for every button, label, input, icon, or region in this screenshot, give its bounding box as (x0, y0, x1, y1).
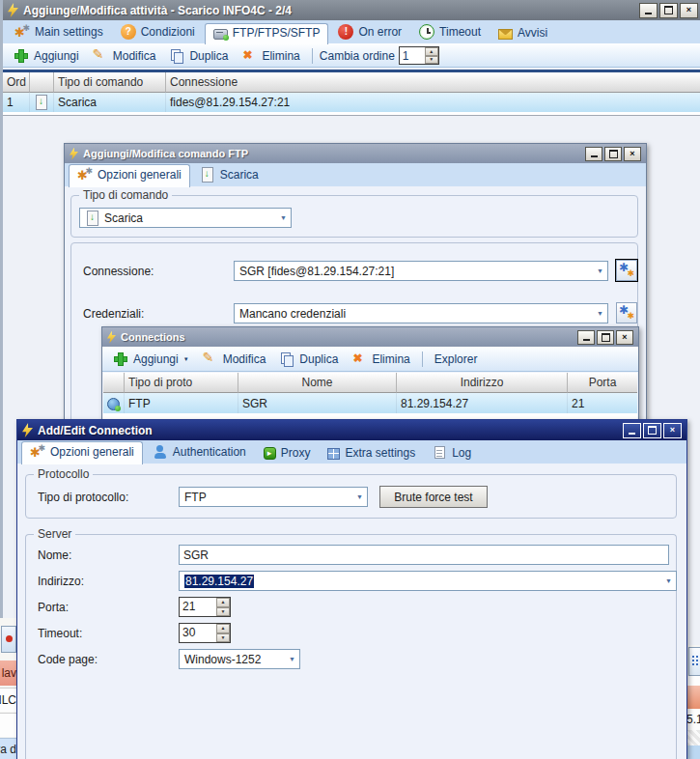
add-button[interactable]: Aggiungi ▼ (108, 350, 194, 369)
chevron-down-icon[interactable]: ▼ (356, 488, 363, 506)
port-spinner[interactable]: 21 ▲ ▼ (179, 597, 231, 617)
tab-avvisi[interactable]: Avvisi (490, 24, 555, 43)
timeout-value[interactable]: 30 (180, 624, 216, 642)
maximize-button[interactable] (659, 3, 678, 18)
duplicate-label: Duplica (189, 49, 228, 63)
duplicate-button[interactable]: Duplica (164, 46, 233, 66)
credentials-select[interactable]: Mancano credenziali ▼ (234, 303, 608, 323)
server-group: Server Nome: SGR Indirizzo: 81.29.154.27… (25, 534, 677, 759)
ftp-dialog-titlebar[interactable]: Aggiungi/Modifica comando FTP × (65, 144, 646, 163)
col-header-address[interactable]: Indirizzo (397, 373, 568, 393)
spin-down-icon[interactable]: ▼ (216, 607, 230, 617)
duplicate-button[interactable]: Duplica (274, 350, 343, 369)
close-button[interactable]: × (616, 330, 633, 345)
tab-log[interactable]: Log (425, 443, 479, 464)
chevron-down-icon[interactable]: ▼ (597, 304, 603, 323)
cell-icon (103, 393, 125, 413)
tab-label: Timeout (439, 25, 481, 39)
command-type-group-label: Tipo di comando (79, 188, 172, 202)
cell-address: 81.29.154.27 (397, 393, 568, 413)
main-toolbar: Aggiungi Modifica Duplica Elimina Cambia… (3, 43, 700, 68)
fragment-button[interactable] (1, 626, 16, 653)
tab-timeout[interactable]: Timeout (411, 22, 489, 43)
tab-authentication[interactable]: Authentication (145, 442, 254, 464)
timeout-spinner[interactable]: 30 ▲ ▼ (179, 623, 231, 643)
tab-on-error[interactable]: On error (330, 22, 409, 43)
close-button[interactable]: × (680, 3, 698, 18)
edit-button[interactable]: Modifica (88, 46, 161, 66)
brute-force-test-button[interactable]: Brute force test (379, 486, 488, 508)
tab-opzioni-generali[interactable]: Opzioni generali (21, 441, 143, 464)
table-row[interactable]: FTP SGR 81.29.154.27 21 (103, 393, 637, 413)
connection-select[interactable]: SGR [fides@81.29.154.27:21] ▼ (234, 261, 608, 281)
explorer-button[interactable]: Explorer (430, 351, 483, 368)
minimize-button[interactable] (577, 330, 595, 345)
pencil-icon (203, 351, 218, 367)
edit-button[interactable]: Modifica (198, 350, 271, 369)
spin-down-icon[interactable]: ▼ (216, 633, 230, 643)
person-icon (153, 444, 168, 460)
col-header-icon[interactable] (30, 72, 54, 93)
name-input[interactable]: SGR (179, 545, 669, 565)
chevron-down-icon[interactable]: ▼ (183, 356, 189, 362)
fragment-grid-button[interactable] (688, 647, 700, 676)
command-type-select[interactable]: Scarica ▼ (79, 208, 292, 228)
tab-label: Opzioni generali (98, 168, 182, 182)
credentials-label: Credenziali: (83, 307, 144, 321)
maximize-button[interactable] (643, 423, 661, 438)
chevron-down-icon[interactable]: ▼ (280, 209, 287, 227)
connections-titlebar[interactable]: Connections × (102, 327, 638, 347)
spin-up-icon[interactable]: ▲ (216, 624, 230, 633)
close-button[interactable]: × (624, 147, 641, 161)
col-header-port[interactable]: Porta (568, 373, 637, 393)
address-combobox[interactable]: 81.29.154.27 ▼ (179, 571, 677, 591)
add-button[interactable]: Aggiungi (9, 46, 84, 66)
protocol-select[interactable]: FTP ▼ (179, 487, 368, 507)
tab-extra-settings[interactable]: Extra settings (320, 444, 423, 464)
connection-value: SGR [fides@81.29.154.27:21] (239, 265, 394, 278)
col-header-name[interactable]: Nome (238, 373, 397, 393)
connection-settings-button[interactable] (616, 260, 637, 281)
error-icon (338, 24, 353, 40)
tab-ftp[interactable]: FTP/FTPS/SFTP (205, 23, 329, 44)
chevron-down-icon[interactable]: ▼ (597, 262, 603, 280)
minimize-button[interactable] (585, 147, 602, 161)
tab-main-settings[interactable]: Main settings (7, 22, 111, 43)
minimize-button[interactable] (639, 3, 658, 18)
spin-down-icon[interactable]: ▼ (425, 56, 438, 65)
order-value[interactable]: 1 (400, 47, 425, 64)
minimize-button[interactable] (623, 423, 641, 438)
credentials-settings-button[interactable] (616, 302, 637, 323)
question-icon (121, 24, 136, 40)
spin-up-icon[interactable]: ▲ (425, 47, 438, 56)
codepage-select[interactable]: Windows-1252 ▼ (179, 649, 300, 669)
tab-condizioni[interactable]: Condizioni (113, 22, 203, 43)
credentials-value: Mancano credenziali (239, 307, 346, 321)
col-header-icon[interactable] (103, 373, 125, 393)
table-row[interactable]: 1 Scarica fides@81.29.154.27:21 (3, 93, 700, 112)
tab-scarica[interactable]: Scarica (192, 165, 266, 186)
connections-toolbar: Aggiungi ▼ Modifica Duplica Elimina Expl… (102, 347, 638, 372)
col-header-proto[interactable]: Tipo di proto (125, 373, 238, 393)
maximize-button[interactable] (604, 147, 622, 161)
spin-up-icon[interactable]: ▲ (216, 598, 230, 607)
main-titlebar[interactable]: Aggiunge/Modifica attività - Scarico INF… (3, 0, 700, 20)
connection-dialog-titlebar[interactable]: Add/Edit Connection × (17, 420, 686, 440)
tab-opzioni-generali[interactable]: Opzioni generali (69, 164, 190, 187)
tab-proxy[interactable]: Proxy (256, 443, 319, 464)
col-header-type[interactable]: Tipo di comando (54, 72, 166, 93)
maximize-button[interactable] (597, 330, 614, 345)
col-header-conn[interactable]: Connessione (166, 72, 700, 93)
chevron-down-icon[interactable]: ▼ (289, 650, 295, 668)
log-icon (434, 446, 445, 459)
port-value[interactable]: 21 (180, 598, 216, 616)
col-header-ord[interactable]: Ord (3, 72, 30, 93)
copy-icon (169, 48, 184, 64)
order-spinner[interactable]: 1 ▲ ▼ (399, 46, 439, 65)
connection-dialog-tabbar: Opzioni generali Authentication Proxy Ex… (17, 440, 686, 464)
connection-dialog-title: Add/Edit Connection (38, 424, 153, 437)
close-button[interactable]: × (663, 423, 682, 438)
delete-button[interactable]: Elimina (237, 46, 304, 66)
delete-button[interactable]: Elimina (347, 350, 414, 369)
chevron-down-icon[interactable]: ▼ (665, 572, 672, 590)
